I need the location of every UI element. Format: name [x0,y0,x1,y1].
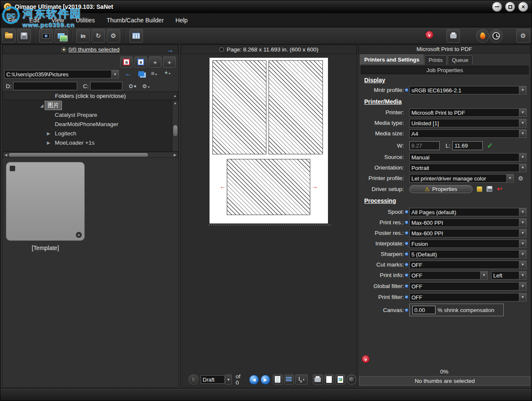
properties-button[interactable]: ⚠ Properties [409,185,473,193]
layout-table-button[interactable] [129,29,143,43]
tab-queue[interactable]: Queue [448,55,473,65]
menu-view[interactable]: View [51,17,64,24]
template-thumbnail[interactable]: + [6,162,85,241]
quality-dropdown-button[interactable]: ▼ [225,374,232,385]
path-combo[interactable]: C:\Users\pc0359\Pictures ▼ [4,70,119,78]
save-settings-button[interactable] [486,186,493,192]
printer-dropdown[interactable]: Microsoft Print to PDF▼ [409,108,527,117]
queue-list-button[interactable] [284,374,294,385]
length-input[interactable] [452,141,483,150]
folder-view-icon[interactable] [138,71,144,76]
next-page-button[interactable]: ▶ [261,375,270,385]
tab-printers-and-settings[interactable]: Printers and Settings [360,54,424,65]
mntr-profile-dropdown[interactable]: sRGB IEC61966-2.1▼ [409,86,527,94]
save-button[interactable] [17,29,31,43]
tools-button[interactable]: ⚙ [516,29,530,43]
preview-mode-button[interactable] [347,374,357,385]
tree-item-dearmobi[interactable]: DearMobiPhoneManager [3,119,178,129]
tree-horizontal-scrollbar[interactable]: ◀ ▶ [3,152,178,158]
source-dropdown[interactable]: Manual▼ [409,153,527,161]
tree-item-moeloader[interactable]: ▶ MoeLoader +1s [3,138,178,147]
print-button[interactable] [446,29,460,43]
back-arrow-icon[interactable]: ← [125,70,132,78]
print-filter-dropdown[interactable]: OFF▼ [409,293,527,301]
page-list-button[interactable] [273,374,283,385]
add-button-1[interactable]: + [149,57,161,67]
tree-item-logitech[interactable]: ▶ Logitech [3,129,178,138]
close-button[interactable]: × [518,2,528,12]
save-profile-button[interactable] [476,186,483,192]
scroll-left-icon[interactable]: ◀ [3,153,8,157]
add-path-icon[interactable]: +▾ [164,69,170,76]
auto-name-red-button[interactable]: a [120,57,133,67]
profile-tools-button[interactable]: ⚙ [517,175,524,182]
print-info-position-dropdown[interactable]: Left▼ [491,271,527,280]
print-page-preview[interactable]: ← → [210,58,328,223]
spool-dropdown[interactable]: All Pages (default)▼ [409,208,527,216]
zoom-plus-icon[interactable]: + [76,232,82,238]
print-cell-2[interactable] [269,60,323,154]
chevron-down-icon[interactable]: ▼ [111,70,118,78]
printer-profile-dropdown[interactable]: Let printer/driver manage color▼ [409,174,514,183]
go-arrow-icon[interactable]: → [166,46,174,54]
minimize-button[interactable] [492,2,502,12]
print-res-dropdown[interactable]: Max-600 PPI▼ [409,218,527,227]
scroll-thumb[interactable] [173,125,177,136]
media-size-dropdown[interactable]: A4▼ [409,129,527,138]
menu-utilities[interactable]: Utilities [76,17,95,24]
print-cell-1[interactable] [212,60,266,154]
media-type-dropdown[interactable]: Unlisted [1]▼ [409,119,527,127]
cut-marks-dropdown[interactable]: OFF▼ [409,261,527,269]
maximize-button[interactable] [505,2,515,12]
scroll-up-icon[interactable]: ▲ [173,94,177,98]
print-info-dropdown[interactable]: OFF▼ [409,271,488,280]
filter-tools-icon[interactable]: ⚙▾ [142,83,150,89]
shrink-compensation-input[interactable] [412,306,435,314]
tab-prints[interactable]: Prints [425,55,447,65]
width-input[interactable] [409,141,440,150]
print-cell-3[interactable] [227,159,310,215]
new-page-button[interactable] [324,374,334,385]
undo-settings-button[interactable]: ↩ [496,186,503,192]
search-binoculars-icon[interactable] [129,84,133,88]
page-image-button[interactable] [335,374,345,385]
quality-combo[interactable]: Draft [201,375,225,384]
scroll-up-icon[interactable]: ▲ [173,101,178,106]
thumbs-radio[interactable] [62,47,66,52]
pan-hand-button[interactable]: ☞ [188,374,199,385]
tree-item-pictures[interactable]: ◢ 图片 [3,101,178,110]
prev-page-button[interactable]: ◀ [249,375,259,385]
scroll-right-icon[interactable]: ▶ [172,153,177,157]
c-filter-input[interactable] [90,82,122,90]
poster-res-dropdown[interactable]: Max-600 PPI▼ [409,229,527,237]
auto-name-blue-button[interactable]: a [134,57,147,67]
menu-help[interactable]: Help [175,17,188,24]
sharpen-dropdown[interactable]: 5 (Default)▼ [409,250,527,258]
info-button[interactable]: in [76,29,90,43]
menu-file[interactable]: File [8,17,18,24]
settings-button[interactable]: ⚙ [107,29,120,43]
history-button[interactable] [489,29,503,43]
refresh-button[interactable]: ↻ [91,29,105,43]
scroll-thumb[interactable] [9,153,148,157]
global-filter-dropdown[interactable]: OFF▼ [409,282,527,291]
d-filter-input[interactable] [13,82,77,90]
expand-icon[interactable]: ▶ [46,140,51,145]
open-folder-button[interactable] [2,29,16,43]
orientation-dropdown[interactable]: Portrait▼ [409,164,527,172]
hot-folder-button[interactable] [476,29,489,43]
tree-vertical-scrollbar[interactable]: ▲ [172,101,178,151]
slideshow-button[interactable] [54,29,68,43]
camera-button[interactable] [39,29,53,43]
add-button-2[interactable]: + [163,57,176,67]
interpolate-dropdown[interactable]: Fusion▼ [409,240,527,248]
menu-thumb-cache-builder[interactable]: Thumb/Cache Builder [107,17,164,24]
tree-item-catalyst-prepare[interactable]: Catalyst Prepare [3,110,178,119]
printer-setup-button[interactable] [313,374,323,385]
expand-icon[interactable]: ▶ [46,131,51,136]
page-radio[interactable] [219,47,224,52]
sort-icon[interactable]: ≡▾ [151,70,157,77]
insert-text-button[interactable]: Is▾ [295,374,308,385]
collapse-icon[interactable]: ◢ [39,103,45,108]
selection-checkbox[interactable] [10,166,15,171]
